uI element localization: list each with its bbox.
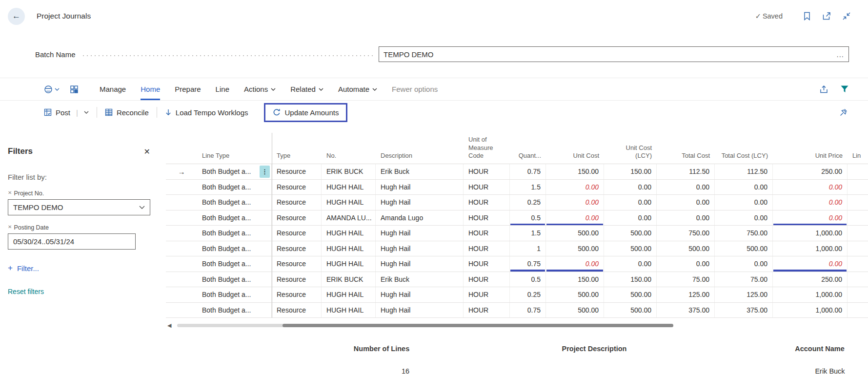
bookmark-icon[interactable] <box>803 12 811 21</box>
analyze-icon[interactable] <box>70 78 78 100</box>
batch-name-lookup-button[interactable]: ... <box>836 50 844 59</box>
column-header-quant[interactable]: Quant... <box>510 152 546 164</box>
scroll-left-button[interactable]: ◀ <box>167 322 171 329</box>
table-row[interactable]: Both Budget a...ResourceHUGH HAILHugh Ha… <box>166 303 868 318</box>
cell-quantity[interactable]: 1.5 <box>510 180 546 195</box>
row-selector-cell[interactable] <box>166 241 197 256</box>
reconcile-button[interactable]: Reconcile <box>105 108 149 117</box>
cell-unit-cost[interactable]: 0.00 <box>546 210 604 226</box>
cell-unit-price[interactable]: 250.00 <box>773 164 848 179</box>
cell-line-type[interactable]: Both Budget a... <box>197 226 272 241</box>
cell-total-cost-lcy[interactable]: 0.00 <box>715 180 773 195</box>
menu-item-home[interactable]: Home <box>141 78 160 100</box>
cell-type[interactable]: Resource <box>272 195 322 210</box>
cell-total-cost-lcy[interactable]: 750.00 <box>715 226 773 241</box>
chevron-down-icon[interactable] <box>84 111 89 114</box>
row-selector-cell[interactable] <box>166 226 197 241</box>
column-header-lin[interactable]: Lin <box>848 152 868 164</box>
cell-uom[interactable]: HOUR <box>464 164 510 179</box>
cell-quantity[interactable]: 0.75 <box>510 303 546 318</box>
project-no-select[interactable]: TEMPO DEMO <box>8 199 150 215</box>
cell-type[interactable]: Resource <box>272 287 322 302</box>
cell-no[interactable]: ERIK BUCK <box>322 164 376 179</box>
cell-unit-cost-lcy[interactable]: 150.00 <box>604 272 657 287</box>
cell-total-cost[interactable]: 0.00 <box>657 195 715 210</box>
cell-no[interactable]: HUGH HAIL <box>322 287 376 302</box>
row-selector-cell[interactable] <box>166 272 197 287</box>
column-header-description[interactable]: Description <box>376 152 464 164</box>
table-row[interactable]: Both Budget a...ResourceHUGH HAILHugh Ha… <box>166 256 868 272</box>
cell-total-cost-lcy[interactable]: 112.50 <box>715 164 773 179</box>
cell-unit-cost[interactable]: 500.00 <box>546 303 604 318</box>
cell-line-type[interactable]: Both Budget a... <box>197 272 272 287</box>
cell-unit-cost[interactable]: 150.00 <box>546 164 604 179</box>
table-row[interactable]: Both Budget a...ResourceERIK BUCKErik Bu… <box>166 272 868 288</box>
cell-no[interactable]: HUGH HAIL <box>322 241 376 256</box>
column-header-total-cost-lcy[interactable]: Total Cost (LCY) <box>715 152 773 164</box>
reset-filters-link[interactable]: Reset filters <box>8 288 44 295</box>
cell-unit-cost[interactable]: 0.00 <box>546 180 604 195</box>
cell-description[interactable]: Hugh Hail <box>376 180 464 195</box>
column-header-unit-of-measure-code[interactable]: Unit of Measure Code <box>464 136 510 164</box>
cell-total-cost[interactable]: 125.00 <box>657 287 715 302</box>
cell-quantity[interactable]: 0.5 <box>510 272 546 287</box>
cell-description[interactable]: Hugh Hail <box>376 195 464 210</box>
cell-description[interactable]: Hugh Hail <box>376 226 464 241</box>
cell-total-cost-lcy[interactable]: 125.00 <box>715 287 773 302</box>
table-row[interactable]: Both Budget a...ResourceHUGH HAILHugh Ha… <box>166 180 868 195</box>
cell-type[interactable]: Resource <box>272 241 322 256</box>
cell-total-cost-lcy[interactable]: 0.00 <box>715 210 773 226</box>
cell-total-cost[interactable]: 0.00 <box>657 256 715 272</box>
cell-quantity[interactable]: 0.5 <box>510 210 546 226</box>
cell-uom[interactable]: HOUR <box>464 287 510 302</box>
cell-total-cost[interactable]: 500.00 <box>657 241 715 256</box>
cell-unit-price[interactable]: 1,000.00 <box>773 241 848 256</box>
cell-line-type[interactable]: Both Budget a...⋮ <box>197 164 272 179</box>
cell-total-cost[interactable]: 750.00 <box>657 226 715 241</box>
cell-no[interactable]: HUGH HAIL <box>322 256 376 272</box>
cell-type[interactable]: Resource <box>272 303 322 318</box>
cell-total-cost-lcy[interactable]: 75.00 <box>715 272 773 287</box>
back-button[interactable]: ← <box>8 8 25 25</box>
menu-item-manage[interactable]: Manage <box>100 78 126 100</box>
cell-total-cost[interactable]: 112.50 <box>657 164 715 179</box>
cell-line-type[interactable]: Both Budget a... <box>197 195 272 210</box>
cell-uom[interactable]: HOUR <box>464 303 510 318</box>
cell-unit-cost-lcy[interactable]: 500.00 <box>604 287 657 302</box>
table-row[interactable]: →Both Budget a...⋮ResourceERIK BUCKErik … <box>166 164 868 180</box>
menu-item-actions[interactable]: Actions <box>244 78 276 100</box>
cell-type[interactable]: Resource <box>272 272 322 287</box>
table-row[interactable]: Both Budget a...ResourceHUGH HAILHugh Ha… <box>166 226 868 241</box>
row-selector-cell[interactable] <box>166 210 197 226</box>
cell-no[interactable]: HUGH HAIL <box>322 180 376 195</box>
cell-line-type[interactable]: Both Budget a... <box>197 256 272 272</box>
cell-unit-cost[interactable]: 500.00 <box>546 241 604 256</box>
load-tempo-worklogs-button[interactable]: Load Tempo Worklogs <box>165 108 248 117</box>
row-selector-cell[interactable] <box>166 303 197 318</box>
cell-total-cost[interactable]: 0.00 <box>657 210 715 226</box>
column-header-unit-cost-lcy[interactable]: Unit Cost (LCY) <box>604 144 657 164</box>
views-icon[interactable] <box>44 78 60 100</box>
cell-quantity[interactable]: 0.75 <box>510 164 546 179</box>
cell-description[interactable]: Hugh Hail <box>376 241 464 256</box>
cell-total-cost[interactable]: 375.00 <box>657 303 715 318</box>
cell-uom[interactable]: HOUR <box>464 210 510 226</box>
cell-quantity[interactable]: 1 <box>510 241 546 256</box>
cell-quantity[interactable]: 1.5 <box>510 226 546 241</box>
cell-line-type[interactable]: Both Budget a... <box>197 180 272 195</box>
column-header-total-cost[interactable]: Total Cost <box>657 152 715 164</box>
cell-unit-price[interactable]: 1,000.00 <box>773 287 848 302</box>
row-selector-cell[interactable] <box>166 287 197 302</box>
menu-item-fewer-options[interactable]: Fewer options <box>392 78 438 100</box>
cell-type[interactable]: Resource <box>272 180 322 195</box>
cell-uom[interactable]: HOUR <box>464 195 510 210</box>
close-icon[interactable]: ✕ <box>144 147 150 156</box>
horizontal-scrollbar-thumb[interactable] <box>283 324 673 327</box>
cell-uom[interactable]: HOUR <box>464 241 510 256</box>
cell-line-type[interactable]: Both Budget a... <box>197 210 272 226</box>
cell-unit-cost-lcy[interactable]: 500.00 <box>604 226 657 241</box>
cell-unit-price[interactable]: 0.00 <box>773 256 848 272</box>
column-header-unit-price[interactable]: Unit Price <box>773 152 848 164</box>
cell-line-type[interactable]: Both Budget a... <box>197 241 272 256</box>
post-button[interactable]: Post | <box>44 108 89 117</box>
